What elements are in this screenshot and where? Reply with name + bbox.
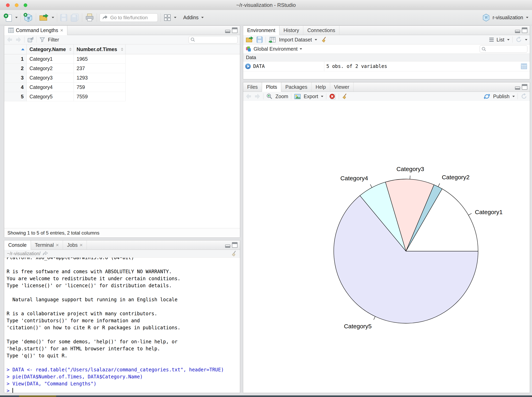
- remove-plot-icon[interactable]: [329, 93, 336, 100]
- back-icon[interactable]: [7, 37, 13, 43]
- export-plot-icon[interactable]: [294, 93, 301, 99]
- tab-plots[interactable]: Plots: [262, 82, 281, 92]
- row-number-cell[interactable]: 3: [4, 73, 27, 82]
- refresh-icon[interactable]: [515, 36, 522, 43]
- filter-button-label[interactable]: Filter: [48, 37, 59, 43]
- column-header-category-name[interactable]: Category.Name: [27, 44, 74, 54]
- list-view-icon[interactable]: [489, 38, 494, 42]
- load-workspace-icon[interactable]: [246, 36, 253, 43]
- previous-plot-icon[interactable]: [246, 93, 252, 99]
- number-of-times-cell[interactable]: 759: [74, 82, 126, 92]
- tab-history[interactable]: History: [279, 26, 303, 35]
- column-header-number-of-times[interactable]: Number.of.Times: [74, 44, 126, 54]
- forward-icon[interactable]: [15, 37, 21, 43]
- addins-button[interactable]: Addins: [183, 15, 198, 20]
- tab-terminal[interactable]: Terminal ×: [31, 240, 63, 250]
- category-name-cell[interactable]: Category1: [27, 54, 74, 63]
- global-environment-dropdown[interactable]: [300, 48, 302, 50]
- number-of-times-cell[interactable]: 7559: [74, 92, 126, 101]
- refresh-dropdown[interactable]: [525, 39, 527, 40]
- import-dataset-dropdown[interactable]: [315, 39, 317, 40]
- publish-icon[interactable]: [483, 93, 490, 99]
- tab-console[interactable]: Console: [4, 240, 31, 250]
- maximize-pane-icon[interactable]: [232, 27, 238, 33]
- addins-dropdown[interactable]: [201, 17, 204, 18]
- clear-console-icon[interactable]: [231, 250, 237, 257]
- viewer-search-input[interactable]: [197, 37, 232, 43]
- publish-dropdown[interactable]: [512, 96, 515, 97]
- pane-layout-icon[interactable]: [164, 14, 171, 21]
- table-row[interactable]: 2Category2237: [4, 64, 126, 73]
- category-name-cell[interactable]: Category5: [27, 92, 74, 101]
- open-file-icon[interactable]: [39, 13, 49, 22]
- table-row[interactable]: 5Category57559: [4, 92, 126, 101]
- tab-help[interactable]: Help: [311, 82, 330, 92]
- environment-object-row[interactable]: DATA 5 obs. of 2 variables: [243, 62, 530, 71]
- project-dropdown[interactable]: [526, 17, 528, 18]
- tab-jobs[interactable]: Jobs ×: [63, 240, 87, 250]
- tab-viewer[interactable]: Viewer: [330, 82, 354, 92]
- zoom-plot-label[interactable]: Zoom: [275, 93, 288, 99]
- maximize-pane-icon[interactable]: [522, 84, 527, 90]
- import-dataset-label[interactable]: Import Dataset: [279, 37, 312, 43]
- tab-environment[interactable]: Environment: [243, 26, 279, 35]
- export-plot-dropdown[interactable]: [321, 96, 323, 97]
- list-view-label[interactable]: List: [496, 37, 504, 43]
- category-name-cell[interactable]: Category4: [27, 82, 74, 92]
- minimize-pane-icon[interactable]: [225, 30, 230, 33]
- goto-directory-icon[interactable]: [43, 251, 48, 256]
- tab-files[interactable]: Files: [243, 82, 262, 92]
- viewer-search-box[interactable]: [189, 36, 238, 43]
- new-file-icon[interactable]: [4, 13, 13, 22]
- minimize-pane-icon[interactable]: [515, 30, 520, 33]
- close-icon[interactable]: ×: [80, 242, 82, 248]
- minimize-pane-icon[interactable]: [225, 245, 230, 248]
- refresh-plot-icon[interactable]: [520, 93, 527, 100]
- pane-layout-dropdown[interactable]: [174, 17, 176, 18]
- save-icon[interactable]: [60, 14, 68, 22]
- tab-packages[interactable]: Packages: [281, 82, 311, 92]
- goto-file-search[interactable]: [100, 13, 158, 22]
- export-plot-label[interactable]: Export: [304, 93, 318, 99]
- category-name-cell[interactable]: Category3: [27, 73, 74, 82]
- category-name-cell[interactable]: Category2: [27, 64, 74, 73]
- minimize-pane-icon[interactable]: [515, 87, 520, 90]
- row-number-cell[interactable]: 2: [4, 64, 27, 73]
- import-dataset-icon[interactable]: [269, 37, 276, 43]
- close-icon[interactable]: ×: [60, 28, 63, 33]
- console-output[interactable]: Platform: x86_64-apple-darwin15.6.0 (64-…: [4, 258, 240, 393]
- project-selector[interactable]: r-visualization: [493, 15, 523, 20]
- environment-search-input[interactable]: [488, 46, 523, 52]
- close-icon[interactable]: ×: [56, 242, 59, 248]
- number-of-times-cell[interactable]: 1965: [74, 54, 126, 63]
- table-row[interactable]: 4Category4759: [4, 82, 126, 92]
- goto-file-input[interactable]: [110, 15, 153, 21]
- tab-connections[interactable]: Connections: [303, 26, 339, 35]
- new-project-icon[interactable]: R: [24, 13, 33, 22]
- row-number-cell[interactable]: 5: [4, 92, 27, 101]
- new-file-dropdown[interactable]: [15, 17, 18, 18]
- table-row[interactable]: 3Category31293: [4, 73, 126, 82]
- clear-all-plots-icon[interactable]: [342, 93, 348, 99]
- table-row[interactable]: 1Category11965: [4, 54, 126, 64]
- zoom-plot-icon[interactable]: [266, 93, 273, 99]
- open-new-window-icon[interactable]: [27, 37, 34, 43]
- maximize-pane-icon[interactable]: [232, 242, 238, 248]
- expand-object-icon[interactable]: [245, 63, 251, 69]
- print-icon[interactable]: [85, 13, 94, 22]
- view-data-grid-icon[interactable]: [521, 63, 527, 69]
- publish-label[interactable]: Publish: [493, 93, 510, 99]
- row-number-cell[interactable]: 1: [4, 54, 27, 63]
- filter-icon[interactable]: [39, 37, 45, 43]
- row-number-cell[interactable]: 4: [4, 82, 27, 92]
- number-of-times-cell[interactable]: 1293: [74, 73, 126, 82]
- sort-ascending-icon[interactable]: [21, 48, 25, 50]
- tab-command-lengths[interactable]: Command Lengths ×: [4, 26, 67, 35]
- save-workspace-icon[interactable]: [256, 36, 263, 43]
- clear-environment-icon[interactable]: [321, 37, 327, 43]
- maximize-pane-icon[interactable]: [522, 27, 527, 33]
- next-plot-icon[interactable]: [254, 93, 260, 99]
- global-environment-selector[interactable]: Global Environment: [253, 46, 298, 52]
- list-view-dropdown[interactable]: [507, 39, 510, 40]
- open-file-dropdown[interactable]: [52, 17, 54, 18]
